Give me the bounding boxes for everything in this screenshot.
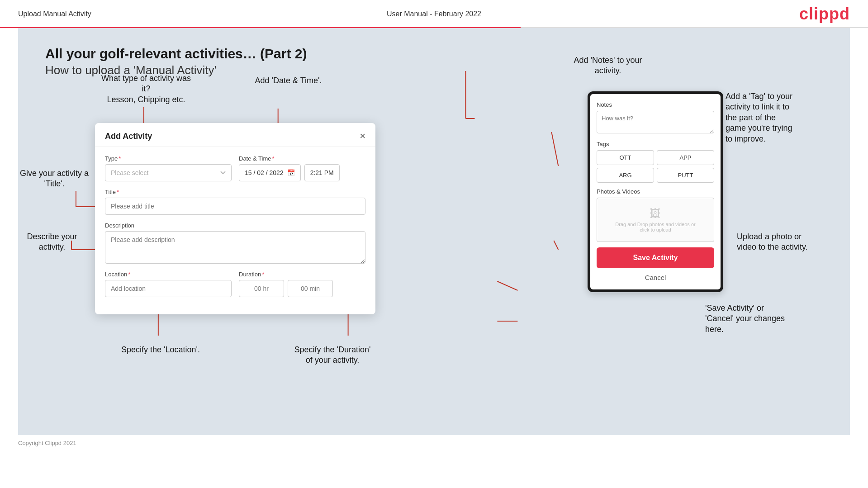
tags-label: Tags (597, 141, 714, 147)
notes-label: Notes (597, 101, 714, 108)
dialog-header: Add Activity × (95, 123, 375, 147)
annotation-notes: Add 'Notes' to your activity. (560, 55, 655, 76)
annotation-activity-type: What type of activity was it? Lesson, Ch… (99, 73, 194, 105)
close-button[interactable]: × (360, 131, 365, 141)
type-select[interactable]: Please select (105, 164, 232, 181)
save-activity-button[interactable]: Save Activity (597, 247, 714, 268)
duration-inputs (239, 280, 365, 297)
description-row: Description (105, 222, 365, 264)
date-time-group: 15 / 02 / 2022 📅 2:21 PM (239, 164, 365, 181)
title-label: Title* (105, 189, 365, 195)
dialog-body: Type* Please select Date & Time* 15 / 02… (95, 147, 375, 314)
photos-label: Photos & Videos (597, 188, 714, 195)
title-input[interactable] (105, 198, 365, 215)
footer: Copyright Clippd 2021 (0, 435, 868, 451)
datetime-label: Date & Time* (239, 155, 365, 162)
tag-arg[interactable]: ARG (597, 168, 654, 183)
manual-title: User Manual - February 2022 (387, 10, 481, 18)
main-heading: All your golf-relevant activities… (Part… (45, 46, 823, 62)
annotation-description: Describe your activity. (18, 232, 86, 253)
image-icon: 🖼 (602, 207, 709, 220)
annotation-tags: Add a 'Tag' to your activity to link it … (726, 91, 845, 144)
add-activity-dialog: Add Activity × Type* Please select Date … (95, 123, 375, 314)
description-group: Description (105, 222, 365, 264)
svg-line-15 (554, 241, 558, 250)
tag-app[interactable]: APP (657, 150, 714, 165)
annotation-title: Give your activity a 'Title'. (18, 168, 90, 190)
description-label: Description (105, 222, 365, 229)
main-content: All your golf-relevant activities… (Part… (18, 28, 850, 435)
location-group: Location* (105, 271, 232, 297)
annotation-duration: Specify the 'Duration' of your activity. (276, 345, 389, 366)
photos-drop-zone[interactable]: 🖼 Drag and Drop photos and videos or cli… (597, 198, 714, 242)
location-label: Location* (105, 271, 232, 278)
cancel-button[interactable]: Cancel (645, 272, 666, 283)
annotation-location: Specify the 'Location'. (109, 345, 213, 355)
logo: clippd (799, 5, 850, 24)
type-group: Type* Please select (105, 155, 232, 181)
svg-line-14 (551, 132, 558, 166)
duration-min-input[interactable] (288, 280, 333, 297)
time-input[interactable]: 2:21 PM (304, 164, 340, 181)
notes-input[interactable] (597, 111, 714, 133)
type-label: Type* (105, 155, 232, 162)
annotation-save: 'Save Activity' or 'Cancel' your changes… (705, 303, 836, 335)
description-input[interactable] (105, 231, 365, 264)
annotation-datetime: Add 'Date & Time'. (240, 76, 337, 86)
copyright-text: Copyright Clippd 2021 (18, 440, 76, 446)
annotation-photos: Upload a photo or video to the activity. (737, 232, 848, 253)
location-input[interactable] (105, 280, 232, 297)
dialog-title: Add Activity (105, 132, 152, 141)
svg-line-16 (497, 281, 517, 290)
location-duration-row: Location* Duration* (105, 271, 365, 297)
duration-label: Duration* (239, 271, 365, 278)
tag-putt[interactable]: PUTT (657, 168, 714, 183)
title-row: Title* (105, 189, 365, 215)
duration-group: Duration* (239, 271, 365, 297)
title-group: Title* (105, 189, 365, 215)
tags-grid: OTT APP ARG PUTT (597, 150, 714, 183)
page-title: Upload Manual Activity (18, 10, 91, 18)
phone-panel: Notes Tags OTT APP ARG PUTT Photos & Vid… (588, 91, 723, 292)
date-input[interactable]: 15 / 02 / 2022 📅 (239, 164, 301, 181)
type-date-row: Type* Please select Date & Time* 15 / 02… (105, 155, 365, 181)
tag-ott[interactable]: OTT (597, 150, 654, 165)
phone-inner: Notes Tags OTT APP ARG PUTT Photos & Vid… (590, 94, 721, 289)
photos-drop-text: Drag and Drop photos and videos or click… (602, 222, 709, 232)
duration-hr-input[interactable] (239, 280, 284, 297)
datetime-group: Date & Time* 15 / 02 / 2022 📅 2:21 PM (239, 155, 365, 181)
top-bar: Upload Manual Activity User Manual - Feb… (0, 0, 868, 27)
calendar-icon: 📅 (287, 169, 295, 176)
